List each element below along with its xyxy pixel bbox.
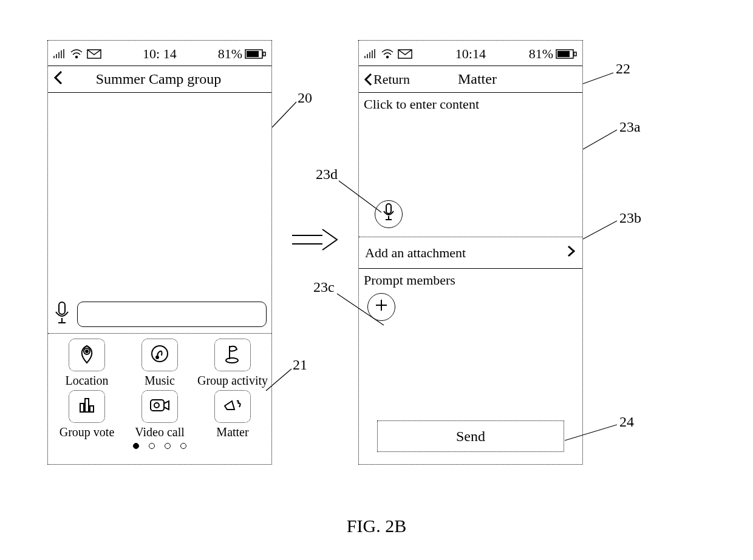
callout-23d: 23d bbox=[316, 166, 338, 183]
callout-24: 24 bbox=[619, 414, 634, 430]
callout-22: 22 bbox=[616, 61, 630, 77]
callout-20: 20 bbox=[298, 90, 312, 106]
callout-23b: 23b bbox=[619, 210, 641, 226]
callout-23a: 23a bbox=[619, 119, 641, 135]
callout-21: 21 bbox=[293, 357, 307, 373]
callout-23c: 23c bbox=[313, 279, 335, 295]
figure-caption: FIG. 2B bbox=[0, 516, 753, 536]
callout-leads bbox=[0, 0, 753, 546]
